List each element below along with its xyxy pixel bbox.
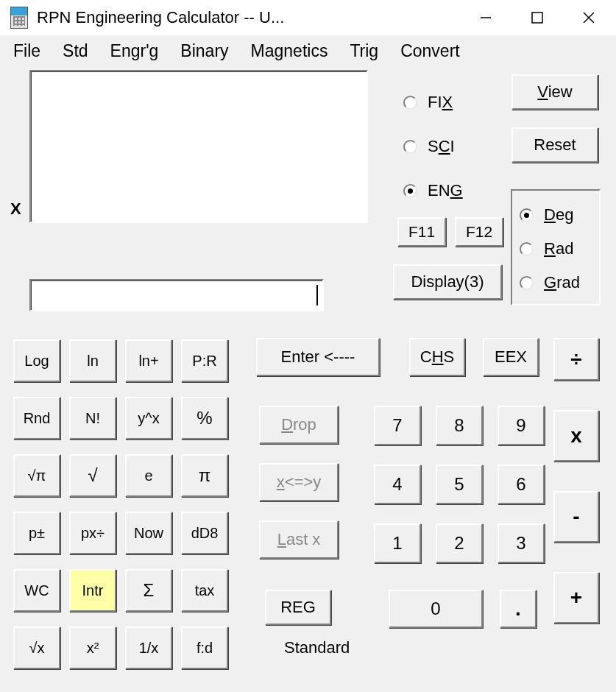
digit-4-button[interactable]: 4 [374, 465, 421, 504]
radio-eng[interactable]: ENG [403, 169, 506, 213]
reset-button[interactable]: Reset [511, 127, 598, 163]
decimal-point-button[interactable]: . [500, 590, 537, 628]
pi-button[interactable]: π [181, 454, 228, 497]
caret-icon [316, 285, 318, 306]
stack-display [29, 70, 368, 223]
display-precision-button[interactable]: Display(3) [393, 264, 502, 300]
window-title: RPN Engineering Calculator -- U... [37, 8, 460, 27]
radio-grad-icon [520, 276, 534, 290]
rnd-button[interactable]: Rnd [13, 397, 60, 439]
sqrt-pi-button[interactable]: √π [13, 454, 60, 497]
title-bar: RPN Engineering Calculator -- U... [0, 0, 616, 35]
digit-2-button[interactable]: 2 [436, 523, 483, 563]
angle-mode-group: Deg Rad Grad [511, 189, 601, 306]
mode-label: Standard [284, 638, 350, 657]
eex-button[interactable]: EEX [483, 338, 539, 376]
menu-trig[interactable]: Trig [350, 41, 378, 61]
ln-button[interactable]: ln [69, 339, 116, 382]
digit-6-button[interactable]: 6 [498, 465, 545, 504]
divide-button[interactable]: ÷ [553, 338, 599, 381]
reciprocal-button[interactable]: 1/x [125, 626, 172, 669]
f12-button[interactable]: F12 [455, 217, 503, 247]
stack-operations: Drop x<=>y Last x [259, 406, 339, 559]
multiply-button[interactable]: x [553, 410, 599, 462]
add-button[interactable]: + [553, 572, 599, 624]
minimize-button[interactable] [460, 3, 511, 32]
enter-button[interactable]: Enter <---- [256, 338, 380, 376]
last-x-button[interactable]: Last x [259, 520, 339, 559]
polar-rect-button[interactable]: P:R [181, 339, 228, 382]
y-pow-x-button[interactable]: y^x [125, 397, 172, 439]
fd-button[interactable]: f:d [181, 626, 228, 669]
radio-rad[interactable]: Rad [520, 232, 593, 266]
digit-0-button[interactable]: 0 [389, 590, 483, 628]
sigma-button[interactable]: Σ [125, 569, 172, 612]
menu-file[interactable]: File [13, 41, 40, 61]
menu-magnetics[interactable]: Magnetics [251, 41, 328, 61]
app-icon [10, 7, 28, 29]
numeric-keypad: 7 8 9 4 5 6 1 2 3 [374, 406, 545, 563]
intr-button[interactable]: Intr [69, 569, 116, 612]
sqrt-x-button[interactable]: √x [13, 626, 60, 669]
menu-binary[interactable]: Binary [180, 41, 228, 61]
entry-input[interactable] [29, 279, 324, 311]
swap-xy-button[interactable]: x<=>y [259, 463, 339, 501]
p-pm-button[interactable]: p± [13, 512, 60, 554]
ln-plus-button[interactable]: ln+ [125, 339, 172, 382]
menu-convert[interactable]: Convert [400, 41, 460, 61]
tax-button[interactable]: tax [181, 569, 228, 612]
digit-8-button[interactable]: 8 [436, 406, 483, 445]
maximize-button[interactable] [511, 3, 563, 32]
log-button[interactable]: Log [13, 339, 60, 382]
wc-button[interactable]: WC [13, 569, 60, 612]
digit-9-button[interactable]: 9 [498, 406, 545, 445]
radio-fix-icon [403, 96, 417, 110]
x-register-label: X [10, 200, 21, 219]
px-div-button[interactable]: px÷ [69, 512, 116, 554]
digit-3-button[interactable]: 3 [498, 523, 545, 563]
drop-button[interactable]: Drop [259, 406, 339, 444]
x-squared-button[interactable]: x² [69, 626, 116, 669]
function-grid: Log ln ln+ P:R Rnd N! y^x % √π √ e π p± … [13, 339, 228, 669]
subtract-button[interactable]: - [553, 491, 599, 543]
operator-column: ÷ x - + [553, 338, 599, 624]
factorial-button[interactable]: N! [69, 397, 116, 439]
svg-rect-1 [532, 13, 542, 23]
radio-rad-icon [520, 242, 534, 256]
radio-sci-icon [403, 140, 417, 154]
digit-5-button[interactable]: 5 [436, 465, 483, 504]
now-button[interactable]: Now [125, 512, 172, 554]
chs-button[interactable]: CHS [409, 338, 465, 376]
radio-grad[interactable]: Grad [520, 266, 593, 300]
radio-eng-icon [403, 184, 417, 198]
radio-deg-icon [520, 208, 534, 222]
digit-1-button[interactable]: 1 [374, 523, 421, 563]
reg-button[interactable]: REG [265, 590, 331, 625]
percent-button[interactable]: % [181, 397, 228, 439]
radio-deg[interactable]: Deg [520, 198, 593, 232]
f11-button[interactable]: F11 [397, 217, 446, 247]
menu-std[interactable]: Std [63, 41, 88, 61]
close-button[interactable] [563, 3, 615, 32]
menu-bar: File Std Engr'g Binary Magnetics Trig Co… [0, 35, 616, 70]
radio-fix[interactable]: FIX [403, 80, 506, 124]
view-button[interactable]: View [511, 74, 598, 110]
e-button[interactable]: e [125, 454, 172, 497]
radio-sci[interactable]: SCI [403, 124, 506, 169]
sqrt-button[interactable]: √ [69, 454, 116, 497]
digit-7-button[interactable]: 7 [374, 406, 421, 445]
menu-engrg[interactable]: Engr'g [110, 41, 159, 61]
number-format-group: FIX SCI ENG [403, 80, 506, 213]
dd8-button[interactable]: dD8 [181, 512, 228, 554]
